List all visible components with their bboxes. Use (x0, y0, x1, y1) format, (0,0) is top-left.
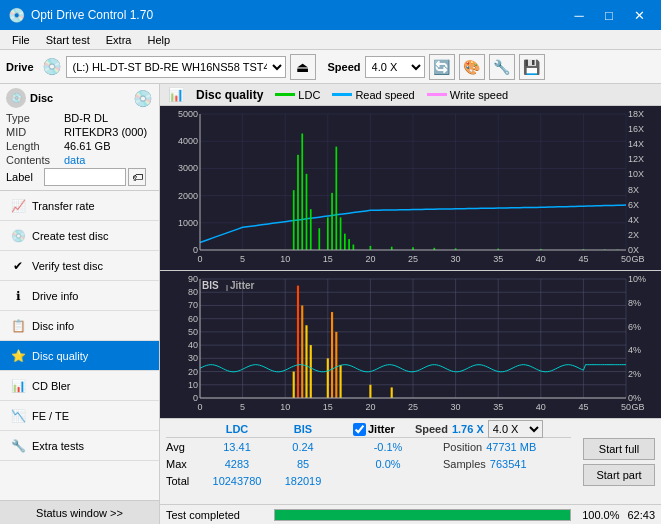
disc-label-apply-button[interactable]: 🏷 (128, 168, 146, 186)
maximize-button[interactable]: □ (595, 5, 623, 25)
fe-te-icon: 📉 (10, 408, 26, 424)
disc-type-row: Type BD-R DL (6, 112, 153, 124)
extra-tests-icon: 🔧 (10, 438, 26, 454)
nav-menu: 📈 Transfer rate 💿 Create test disc ✔ Ver… (0, 191, 159, 500)
stats-speed-label: Speed (415, 423, 448, 435)
nav-cd-bler[interactable]: 📊 CD Bler (0, 371, 159, 401)
nav-fe-te[interactable]: 📉 FE / TE (0, 401, 159, 431)
stats-avg-bis: 0.24 (273, 441, 333, 453)
stats-header-ldc: LDC (201, 423, 273, 435)
start-full-button[interactable]: Start full (583, 438, 655, 460)
drive-info-icon: ℹ (10, 288, 26, 304)
drive-select[interactable]: (L:) HL-DT-ST BD-RE WH16NS58 TST4 (66, 56, 286, 78)
stats-speed-select[interactable]: 4.0 X 1.0 X 2.0 X (488, 420, 543, 438)
speed-label: Speed (328, 61, 361, 73)
close-button[interactable]: ✕ (625, 5, 653, 25)
menu-start-test[interactable]: Start test (38, 32, 98, 48)
jitter-label: Jitter (368, 423, 395, 435)
charts-container (160, 106, 661, 418)
title-bar: 💿 Opti Drive Control 1.70 ─ □ ✕ (0, 0, 661, 30)
legend-read-speed-label: Read speed (355, 89, 414, 101)
stats-max-label: Max (166, 458, 201, 470)
legend-ldc-color (275, 93, 295, 96)
disc-length-val: 46.61 GB (64, 140, 110, 152)
progress-area: Test completed 100.0% 62:43 (160, 504, 661, 524)
disc-section-title: Disc (30, 92, 53, 104)
nav-verify-test-disc[interactable]: ✔ Verify test disc (0, 251, 159, 281)
stats-total-label: Total (166, 475, 201, 487)
nav-disc-info[interactable]: 📋 Disc info (0, 311, 159, 341)
nav-extra-tests[interactable]: 🔧 Extra tests (0, 431, 159, 461)
stats-samples-val: 763541 (490, 458, 527, 470)
create-test-disc-icon: 💿 (10, 228, 26, 244)
stats-max-jitter: 0.0% (353, 458, 423, 470)
disc-quality-icon: ⭐ (10, 348, 26, 364)
menu-help[interactable]: Help (139, 32, 178, 48)
nav-drive-info[interactable]: ℹ Drive info (0, 281, 159, 311)
toolbar: Drive 💿 (L:) HL-DT-ST BD-RE WH16NS58 TST… (0, 50, 661, 84)
transfer-rate-icon: 📈 (10, 198, 26, 214)
nav-drive-info-label: Drive info (32, 290, 78, 302)
progress-bar (275, 510, 570, 520)
disc-length-row: Length 46.61 GB (6, 140, 153, 152)
disc-contents-row: Contents data (6, 154, 153, 166)
menu-bar: File Start test Extra Help (0, 30, 661, 50)
disc-mid-val: RITEKDR3 (000) (64, 126, 147, 138)
stats-total-bis: 182019 (273, 475, 333, 487)
minimize-button[interactable]: ─ (565, 5, 593, 25)
menu-extra[interactable]: Extra (98, 32, 140, 48)
nav-disc-quality[interactable]: ⭐ Disc quality (0, 341, 159, 371)
status-window-button[interactable]: Status window >> (0, 500, 159, 524)
legend-ldc-label: LDC (298, 89, 320, 101)
speed-select[interactable]: 4.0 X 1.0 X 2.0 X 8.0 X (365, 56, 425, 78)
verify-test-disc-icon: ✔ (10, 258, 26, 274)
legend-write-speed: Write speed (427, 89, 509, 101)
cd-bler-icon: 📊 (10, 378, 26, 394)
disc-mid-key: MID (6, 126, 64, 138)
stats-header-bis: BIS (273, 423, 333, 435)
legend-read-speed: Read speed (332, 89, 414, 101)
window-title: Opti Drive Control 1.70 (31, 8, 565, 22)
drive-icon: 💿 (42, 57, 62, 76)
options-button1[interactable]: 🎨 (459, 54, 485, 80)
disc-mid-row: MID RITEKDR3 (000) (6, 126, 153, 138)
nav-create-test-disc[interactable]: 💿 Create test disc (0, 221, 159, 251)
stats-avg-label: Avg (166, 441, 201, 453)
stats-max-ldc: 4283 (201, 458, 273, 470)
stats-position-label: Position (443, 441, 482, 453)
disc-large-icon: 💿 (133, 89, 153, 108)
chart-top (160, 106, 661, 271)
nav-transfer-rate[interactable]: 📈 Transfer rate (0, 191, 159, 221)
eject-button[interactable]: ⏏ (290, 54, 316, 80)
nav-verify-test-disc-label: Verify test disc (32, 260, 103, 272)
stats-avg-ldc: 13.41 (201, 441, 273, 453)
nav-cd-bler-label: CD Bler (32, 380, 71, 392)
stats-area: LDC BIS Jitter Speed 1.76 X 4.0 X 1.0 X (160, 418, 661, 504)
legend-write-speed-color (427, 93, 447, 96)
stats-total-ldc: 10243780 (201, 475, 273, 487)
progress-percent: 100.0% (579, 509, 619, 521)
nav-disc-info-label: Disc info (32, 320, 74, 332)
status-window-label: Status window >> (36, 507, 123, 519)
progress-bar-wrapper (274, 509, 571, 521)
disc-label-key: Label (6, 171, 42, 183)
drive-label: Drive (6, 61, 34, 73)
disc-type-key: Type (6, 112, 64, 124)
stats-samples-label: Samples (443, 458, 486, 470)
disc-type-val: BD-R DL (64, 112, 108, 124)
disc-label-input[interactable] (44, 168, 126, 186)
nav-transfer-rate-label: Transfer rate (32, 200, 95, 212)
menu-file[interactable]: File (4, 32, 38, 48)
progress-time: 62:43 (627, 509, 655, 521)
nav-fe-te-label: FE / TE (32, 410, 69, 422)
right-panel: 📊 Disc quality LDC Read speed Write spee… (160, 84, 661, 524)
jitter-checkbox-area: Jitter (353, 423, 395, 436)
save-button[interactable]: 💾 (519, 54, 545, 80)
refresh-speed-button[interactable]: 🔄 (429, 54, 455, 80)
stats-position-val: 47731 MB (486, 441, 536, 453)
options-button2[interactable]: 🔧 (489, 54, 515, 80)
jitter-checkbox[interactable] (353, 423, 366, 436)
start-part-button[interactable]: Start part (583, 464, 655, 486)
legend-write-speed-label: Write speed (450, 89, 509, 101)
nav-extra-tests-label: Extra tests (32, 440, 84, 452)
